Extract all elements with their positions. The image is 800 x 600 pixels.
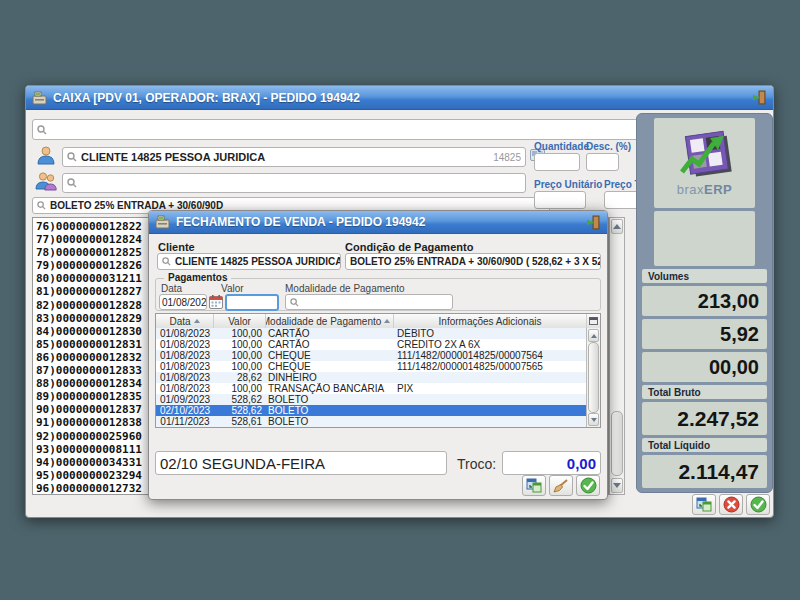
payment-cell-data: 01/11/2023	[156, 416, 214, 427]
payment-cell-valor: 28,62	[214, 372, 266, 383]
clear-button[interactable]	[549, 475, 573, 496]
quantidade-input[interactable]	[534, 153, 580, 171]
payment-cell-modalidade: CARTÃO	[266, 328, 394, 339]
arrow-down-icon	[591, 418, 597, 422]
desconto-input[interactable]	[586, 153, 619, 171]
cliente-label: Cliente	[158, 241, 195, 253]
dialog-titlebar[interactable]: FECHAMENTO DE VENDA - PEDIDO 194942	[149, 211, 607, 234]
payment-row[interactable]: 01/08/2023100,00CHEQUE111/1482/000001482…	[156, 361, 587, 372]
brand-logo-block: braxERP	[654, 118, 755, 208]
scroll-down-button[interactable]	[588, 413, 599, 426]
dialog-condicao-value: BOLETO 25% ENTRADA + 30/60/90D ( 528,62 …	[350, 256, 601, 267]
due-date-display[interactable]: 02/10 SEGUNDA-FEIRA	[155, 451, 447, 475]
dialog-cliente-input[interactable]: CLIENTE 14825 PESSOA JURIDICA	[157, 253, 341, 270]
dialog-condicao-input[interactable]: BOLETO 25% ENTRADA + 30/60/90D ( 528,62 …	[345, 253, 601, 270]
payment-cell-info	[394, 394, 587, 405]
total-liquido-value: 2.114,47	[642, 455, 767, 488]
payment-cell-info	[394, 416, 587, 427]
payment-cell-valor: 100,00	[214, 339, 266, 350]
cash-register-icon	[155, 215, 170, 229]
exit-door-icon[interactable]	[585, 215, 601, 230]
data-input[interactable]: 01/08/2023	[159, 294, 207, 310]
dialog-title: FECHAMENTO DE VENDA - PEDIDO 194942	[176, 215, 579, 229]
confirm-button[interactable]	[746, 494, 770, 515]
seller-input[interactable]	[62, 173, 526, 193]
column-options-icon[interactable]	[587, 314, 600, 328]
payment-row[interactable]: 01/08/2023100,00CARTÃODÉBITO	[156, 328, 587, 339]
modalidade-input[interactable]	[285, 294, 453, 310]
window-title: CAIXA [PDV 01, OPERADOR: BRAX] - PEDIDO …	[53, 91, 745, 105]
header-modalidade[interactable]: Modalidade de Pagamento 2	[266, 314, 394, 328]
client-icon	[35, 144, 57, 166]
tertiary-value: 00,00	[642, 352, 767, 382]
search-icon	[67, 152, 77, 162]
payment-cell-data: 01/08/2023	[156, 383, 214, 394]
valor-label: Valor	[221, 283, 244, 294]
payment-cell-valor: 100,00	[214, 328, 266, 339]
search-icon	[162, 257, 171, 266]
payment-cell-data: 01/08/2023	[156, 328, 214, 339]
payment-row[interactable]: 01/11/2023528,61BOLETO	[156, 416, 587, 427]
cancel-button[interactable]	[719, 494, 743, 515]
item-list-scrollbar[interactable]	[609, 217, 625, 495]
header-info[interactable]: Informações Adicionais	[394, 314, 587, 328]
payment-row[interactable]: 02/10/2023528,62BOLETO	[156, 405, 587, 416]
pagamentos-legend: Pagamentos	[164, 272, 231, 283]
troco-label: Troco:	[457, 456, 496, 472]
calendar-icon[interactable]	[209, 295, 223, 309]
scrollbar-thumb[interactable]	[588, 342, 599, 413]
volumes-label: Volumes	[642, 269, 767, 283]
sort-asc-icon	[384, 319, 390, 323]
dialog-action-buttons	[522, 475, 600, 496]
scroll-up-button[interactable]	[588, 329, 599, 342]
valor-input[interactable]	[225, 294, 279, 311]
payments-table-header[interactable]: Data Valor Modalidade de Pagamento 2 Inf…	[156, 314, 600, 329]
condicao-label: Condição de Pagamento	[345, 241, 473, 253]
transfer-button[interactable]	[692, 494, 716, 515]
brand-name: braxERP	[677, 182, 733, 197]
payment-cell-modalidade: TRANSAÇÃO BANCÁRIA	[266, 383, 394, 394]
header-valor[interactable]: Valor	[214, 314, 266, 328]
confirm-sale-button[interactable]	[576, 475, 600, 496]
payment-cell-info: 111/1482/0000014825/00007564	[394, 350, 587, 361]
scrollbar-thumb[interactable]	[611, 411, 623, 476]
payment-cell-info: CRÉDITO 2X A 6X	[394, 339, 587, 350]
cancel-icon	[723, 496, 740, 513]
payment-cell-modalidade: CARTÃO	[266, 339, 394, 350]
payment-row[interactable]: 01/08/2023100,00CHEQUE111/1482/000001482…	[156, 350, 587, 361]
transfer-icon	[526, 478, 542, 493]
payment-row[interactable]: 01/08/2023100,00CARTÃOCRÉDITO 2X A 6X	[156, 339, 587, 350]
transfer-icon	[696, 497, 712, 512]
payment-cell-data: 01/08/2023	[156, 350, 214, 361]
arrow-down-icon	[613, 483, 621, 488]
check-icon	[580, 477, 597, 494]
payment-cell-valor: 100,00	[214, 350, 266, 361]
table-scrollbar[interactable]	[586, 328, 600, 427]
total-bruto-value: 2.247,52	[642, 402, 767, 435]
payment-cell-info	[394, 372, 587, 383]
save-payments-button[interactable]	[522, 475, 546, 496]
exit-door-icon[interactable]	[751, 90, 767, 105]
volumes-value: 213,00	[642, 286, 767, 316]
dialog-cliente-value: CLIENTE 14825 PESSOA JURIDICA	[175, 256, 341, 267]
product-search-input[interactable]	[32, 119, 639, 140]
due-date-text: 02/10 SEGUNDA-FEIRA	[160, 455, 325, 472]
payment-cell-valor: 528,62	[214, 405, 266, 416]
payment-cell-modalidade: BOLETO	[266, 405, 394, 416]
scroll-down-button[interactable]	[611, 478, 623, 493]
client-input[interactable]: CLIENTE 14825 PESSOA JURIDICA 14825	[62, 147, 526, 167]
panel-spacer	[654, 211, 755, 266]
header-data[interactable]: Data	[156, 314, 214, 328]
payment-cell-info: PIX	[394, 383, 587, 394]
payment-cell-data: 01/08/2023	[156, 372, 214, 383]
check-icon	[750, 496, 767, 513]
troco-field[interactable]: 0,00	[502, 451, 601, 475]
caixa-titlebar[interactable]: CAIXA [PDV 01, OPERADOR: BRAX] - PEDIDO …	[26, 86, 773, 110]
preco-unitario-input[interactable]	[534, 191, 586, 209]
payment-row[interactable]: 01/08/2023100,00TRANSAÇÃO BANCÁRIAPIX	[156, 383, 587, 394]
payment-cell-valor: 528,62	[214, 394, 266, 405]
payment-row[interactable]: 01/08/202328,62DINHEIRO	[156, 372, 587, 383]
payment-row[interactable]: 01/09/2023528,62BOLETO	[156, 394, 587, 405]
preco-unitario-label: Preço Unitário	[534, 179, 602, 190]
scroll-up-button[interactable]	[611, 219, 623, 234]
